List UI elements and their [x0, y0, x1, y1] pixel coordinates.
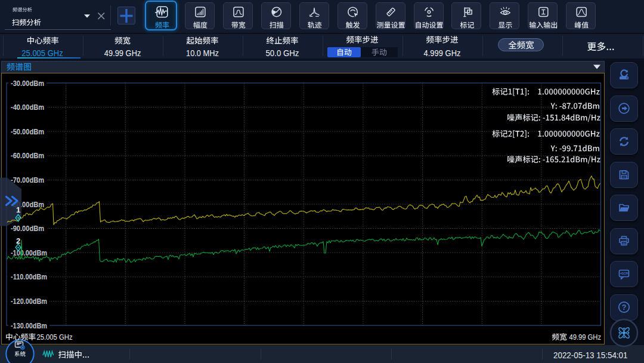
svg-text:4.999 GHz: 4.999 GHz — [424, 48, 461, 58]
svg-text:-110.00dBm: -110.00dBm — [11, 272, 47, 281]
svg-text:-70.00dBm: -70.00dBm — [11, 176, 44, 184]
svg-text:-60.00dBm: -60.00dBm — [11, 151, 44, 160]
svg-text:2: 2 — [16, 236, 20, 245]
svg-text:-50.00dBm: -50.00dBm — [11, 127, 44, 136]
svg-text:-30.00dBm: -30.00dBm — [11, 79, 44, 88]
svg-text:25.005 GHz: 25.005 GHz — [21, 48, 63, 58]
svg-text:-90.00dBm: -90.00dBm — [11, 224, 44, 233]
svg-text:-40.00dBm: -40.00dBm — [11, 103, 44, 112]
svg-text:-100.00dBm: -100.00dBm — [11, 248, 47, 257]
svg-text:25.005 GHz: 25.005 GHz — [36, 333, 72, 342]
svg-text:-130.00dBm: -130.00dBm — [11, 321, 47, 330]
svg-text:2022-05-13 15:54:01: 2022-05-13 15:54:01 — [553, 350, 628, 360]
svg-text:SCPI: SCPI — [621, 272, 628, 275]
svg-text:?: ? — [622, 303, 627, 312]
svg-text:10.0 MHz: 10.0 MHz — [186, 48, 219, 58]
svg-text:50.0 GHz: 50.0 GHz — [266, 48, 299, 58]
svg-text:1: 1 — [16, 205, 20, 214]
svg-text:49.99 GHz: 49.99 GHz — [569, 333, 602, 342]
svg-text:49.99 GHz: 49.99 GHz — [104, 48, 141, 58]
svg-text:-120.00dBm: -120.00dBm — [11, 297, 47, 306]
